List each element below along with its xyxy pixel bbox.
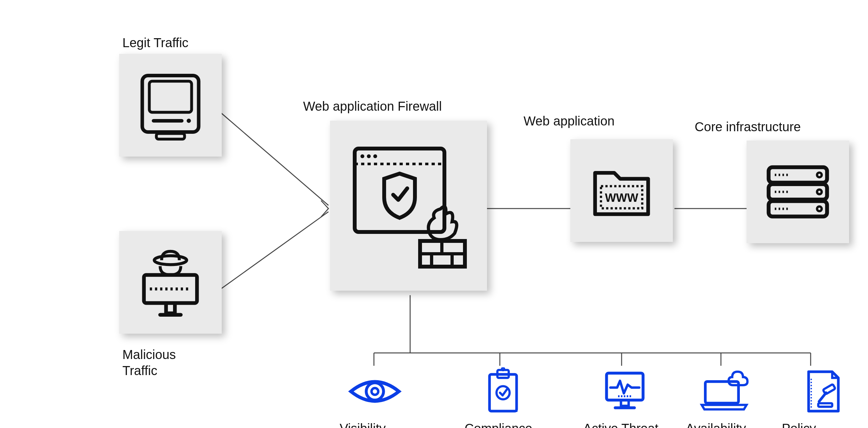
feature-threat-monitoring: Active Threat Monitoring (583, 369, 666, 428)
svg-rect-54 (818, 403, 832, 407)
eye-icon (340, 369, 410, 414)
svg-point-14 (187, 119, 191, 123)
svg-line-53 (819, 393, 826, 401)
feature-compliance: Compliance (465, 369, 541, 428)
svg-rect-48 (621, 400, 629, 406)
waf-shield-firewall-icon (344, 138, 473, 273)
hacker-icon (134, 246, 207, 319)
svg-point-37 (817, 173, 822, 177)
webapp-node: WWW (570, 139, 673, 242)
feature-label: Policy Management (782, 420, 865, 428)
svg-rect-12 (149, 81, 192, 112)
computer-terminal-icon (135, 70, 206, 141)
malicious-traffic-node (119, 231, 222, 334)
monitor-pulse-icon (583, 369, 666, 414)
legit-traffic-node (119, 54, 222, 156)
webapp-label: Web application (524, 113, 615, 129)
feature-availability: Availability & Support (686, 369, 763, 428)
feature-label: Active Threat Monitoring (583, 420, 666, 428)
malicious-traffic-label: Malicious Traffic (122, 346, 176, 379)
feature-label: Availability & Support (686, 420, 763, 428)
feature-label: Visibility (340, 420, 410, 428)
laptop-cloud-icon (686, 369, 763, 414)
svg-rect-42 (490, 374, 517, 411)
feature-policy: Policy Management (782, 369, 865, 428)
svg-point-41 (372, 388, 378, 395)
svg-point-38 (817, 190, 822, 194)
svg-point-24 (373, 154, 377, 158)
waf-label: Web application Firewall (303, 98, 442, 114)
svg-rect-15 (156, 134, 185, 139)
gavel-document-icon (782, 369, 865, 414)
clipboard-check-icon (465, 369, 541, 414)
svg-point-40 (366, 383, 383, 400)
svg-rect-32 (769, 184, 827, 200)
svg-point-22 (361, 154, 364, 158)
svg-rect-33 (769, 201, 827, 217)
feature-label: Compliance (465, 420, 541, 428)
svg-point-23 (367, 154, 371, 158)
diagram-canvas: Legit Traffic Malicious Traffic Web appl… (0, 0, 868, 428)
svg-point-16 (154, 256, 186, 265)
svg-line-0 (221, 113, 329, 205)
waf-node (330, 121, 487, 291)
svg-point-45 (497, 386, 510, 399)
svg-rect-31 (769, 167, 827, 182)
legit-traffic-label: Legit Traffic (122, 35, 188, 51)
svg-point-39 (817, 207, 822, 211)
svg-line-1 (221, 212, 329, 289)
feature-visibility: Visibility (340, 369, 410, 428)
core-infra-label: Core infrastructure (695, 119, 801, 135)
www-folder-icon: WWW (585, 154, 658, 227)
www-text: WWW (605, 191, 638, 204)
core-infra-node (747, 141, 849, 243)
server-stack-icon (760, 153, 836, 230)
